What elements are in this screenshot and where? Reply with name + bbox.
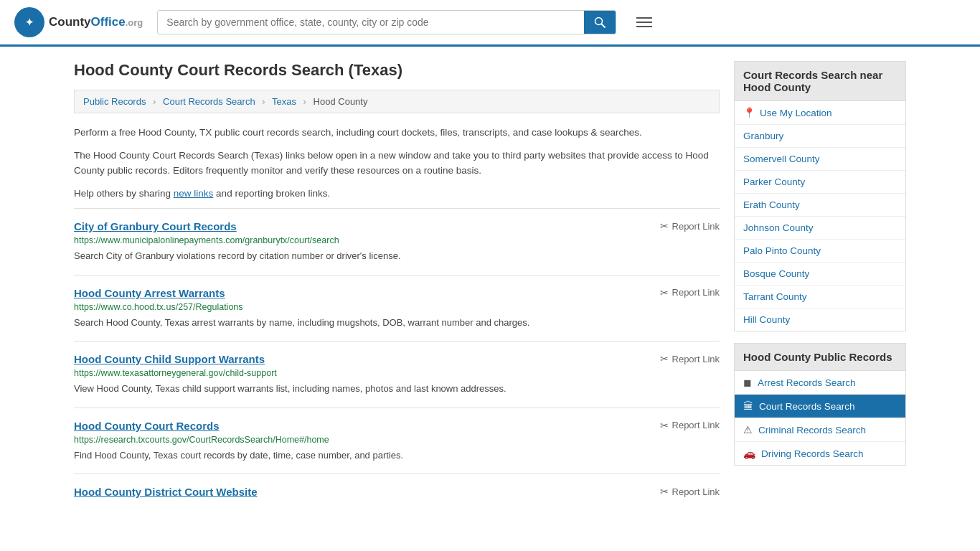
sidebar-nearby-link[interactable]: Parker County	[743, 176, 805, 187]
breadcrumb: Public Records › Court Records Search › …	[74, 90, 720, 113]
sidebar-public-records-body: ◼ Arrest Records Search 🏛 Court Records …	[734, 370, 906, 466]
sidebar-pr-item[interactable]: ⚠ Criminal Records Search	[735, 418, 905, 442]
logo-icon: ✦	[14, 7, 44, 37]
sidebar-nearby-item[interactable]: Hill County	[735, 309, 905, 331]
record-item: Hood County Child Support Warrants ✂ Rep…	[74, 341, 720, 408]
sidebar-nearby-link[interactable]: Johnson County	[743, 222, 814, 233]
record-url: https://www.co.hood.tx.us/257/Regulation…	[74, 302, 720, 312]
record-item-header: Hood County District Court Website ✂ Rep…	[74, 486, 720, 498]
sidebar-pr-icon: ⚠	[743, 424, 753, 435]
sidebar-nearby-item[interactable]: Somervell County	[735, 148, 905, 171]
use-my-location[interactable]: 📍 Use My Location	[735, 101, 905, 125]
new-links-link[interactable]: new links	[174, 188, 214, 199]
sidebar-nearby-item[interactable]: Erath County	[735, 194, 905, 217]
page-title: Hood County Court Records Search (Texas)	[74, 61, 720, 80]
breadcrumb-court-records[interactable]: Court Records Search	[163, 96, 255, 107]
sidebar-nearby-item[interactable]: Bosque County	[735, 263, 905, 286]
report-icon: ✂	[660, 287, 669, 298]
record-item: Hood County Court Records ✂ Report Link …	[74, 408, 720, 474]
sidebar-nearby-item[interactable]: Palo Pinto County	[735, 240, 905, 263]
breadcrumb-public-records[interactable]: Public Records	[83, 96, 146, 107]
description-para2: The Hood County Court Records Search (Te…	[74, 148, 720, 179]
record-item-header: Hood County Child Support Warrants ✂ Rep…	[74, 353, 720, 365]
record-title[interactable]: Hood County District Court Website	[74, 486, 258, 498]
svg-line-3	[602, 24, 606, 28]
report-icon: ✂	[660, 486, 669, 497]
record-description: View Hood County, Texas child support wa…	[74, 382, 720, 396]
description-para1: Perform a free Hood County, TX public co…	[74, 125, 720, 141]
breadcrumb-texas[interactable]: Texas	[272, 96, 296, 107]
record-title[interactable]: Hood County Child Support Warrants	[74, 353, 265, 365]
sidebar-nearby-link[interactable]: Palo Pinto County	[743, 245, 821, 256]
search-button[interactable]	[584, 11, 616, 34]
menu-line-2	[636, 22, 652, 23]
breadcrumb-hood-county: Hood County	[314, 96, 368, 107]
sidebar-pr-link[interactable]: Court Records Search	[759, 401, 855, 412]
logo[interactable]: ✦ CountyOffice.org	[14, 7, 143, 37]
report-link-label: Report Link	[672, 221, 720, 232]
sidebar-pr-link[interactable]: Driving Records Search	[761, 448, 864, 459]
record-item-header: Hood County Court Records ✂ Report Link	[74, 420, 720, 432]
records-list: City of Granbury Court Records ✂ Report …	[74, 208, 720, 512]
report-icon: ✂	[660, 420, 669, 431]
sidebar-pr-icon: 🚗	[743, 448, 755, 459]
sidebar-pr-link[interactable]: Criminal Records Search	[758, 425, 866, 435]
content-wrapper: Hood County Court Records Search (Texas)…	[60, 47, 920, 527]
sidebar-nearby-link[interactable]: Tarrant County	[743, 291, 807, 302]
report-link-button[interactable]: ✂ Report Link	[660, 220, 720, 232]
breadcrumb-sep-1: ›	[153, 96, 156, 107]
sidebar: Court Records Search near Hood County 📍 …	[734, 61, 906, 512]
sidebar-pr-link[interactable]: Arrest Records Search	[758, 377, 856, 388]
sidebar-nearby-item[interactable]: Johnson County	[735, 217, 905, 240]
header: ✦ CountyOffice.org	[0, 0, 980, 47]
record-title[interactable]: Hood County Court Records	[74, 420, 220, 432]
sidebar-public-records-section: Hood County Public Records ◼ Arrest Reco…	[734, 343, 906, 466]
sidebar-nearby-link[interactable]: Bosque County	[743, 268, 809, 279]
description-para3: Help others by sharing new links and rep…	[74, 186, 720, 202]
sidebar-pr-icon: 🏛	[743, 400, 753, 412]
sidebar-pr-item[interactable]: 🚗 Driving Records Search	[735, 442, 905, 465]
report-link-button[interactable]: ✂ Report Link	[660, 353, 720, 364]
breadcrumb-sep-3: ›	[303, 96, 306, 107]
sidebar-nearby-links: GranburySomervell CountyParker CountyEra…	[735, 125, 905, 331]
record-description: Search City of Granbury violations recor…	[74, 249, 720, 263]
report-link-label: Report Link	[672, 420, 720, 430]
sidebar-nearby-item[interactable]: Tarrant County	[735, 286, 905, 309]
record-url: https://www.municipalonlinepayments.com/…	[74, 235, 720, 245]
sidebar-nearby-item[interactable]: Granbury	[735, 125, 905, 148]
sidebar-public-records-header: Hood County Public Records	[734, 343, 906, 370]
report-link-label: Report Link	[672, 486, 720, 497]
report-link-label: Report Link	[672, 287, 720, 298]
sidebar-nearby-item[interactable]: Parker County	[735, 171, 905, 194]
logo-text: CountyOffice.org	[49, 15, 143, 29]
sidebar-nearby-link[interactable]: Granbury	[743, 131, 783, 141]
logo-svg: ✦	[19, 12, 39, 32]
sidebar-nearby-link[interactable]: Somervell County	[743, 154, 820, 164]
record-description: Search Hood County, Texas arrest warrant…	[74, 316, 720, 330]
record-title[interactable]: City of Granbury Court Records	[74, 220, 237, 232]
report-link-button[interactable]: ✂ Report Link	[660, 486, 720, 497]
location-icon: 📍	[743, 107, 755, 118]
menu-line-1	[636, 17, 652, 19]
sidebar-nearby-header: Court Records Search near Hood County	[734, 61, 906, 100]
menu-button[interactable]	[631, 14, 658, 30]
menu-line-3	[636, 26, 652, 27]
sidebar-nearby-link[interactable]: Erath County	[743, 199, 800, 210]
report-icon: ✂	[660, 353, 669, 364]
sidebar-pr-item[interactable]: 🏛 Court Records Search	[735, 395, 905, 418]
sidebar-nearby-link[interactable]: Hill County	[743, 314, 790, 325]
record-url: https://www.texasattorneygeneral.gov/chi…	[74, 368, 720, 378]
report-icon: ✂	[660, 220, 669, 232]
report-link-label: Report Link	[672, 354, 720, 364]
search-bar	[157, 10, 616, 34]
sidebar-nearby-body: 📍 Use My Location GranburySomervell Coun…	[734, 100, 906, 331]
record-title[interactable]: Hood County Arrest Warrants	[74, 287, 225, 299]
record-item-header: Hood County Arrest Warrants ✂ Report Lin…	[74, 287, 720, 299]
breadcrumb-sep-2: ›	[262, 96, 265, 107]
report-link-button[interactable]: ✂ Report Link	[660, 420, 720, 431]
report-link-button[interactable]: ✂ Report Link	[660, 287, 720, 298]
sidebar-pr-icon: ◼	[743, 377, 752, 388]
search-input[interactable]	[158, 11, 584, 34]
record-url: https://research.txcourts.gov/CourtRecor…	[74, 435, 720, 445]
sidebar-pr-item[interactable]: ◼ Arrest Records Search	[735, 371, 905, 395]
